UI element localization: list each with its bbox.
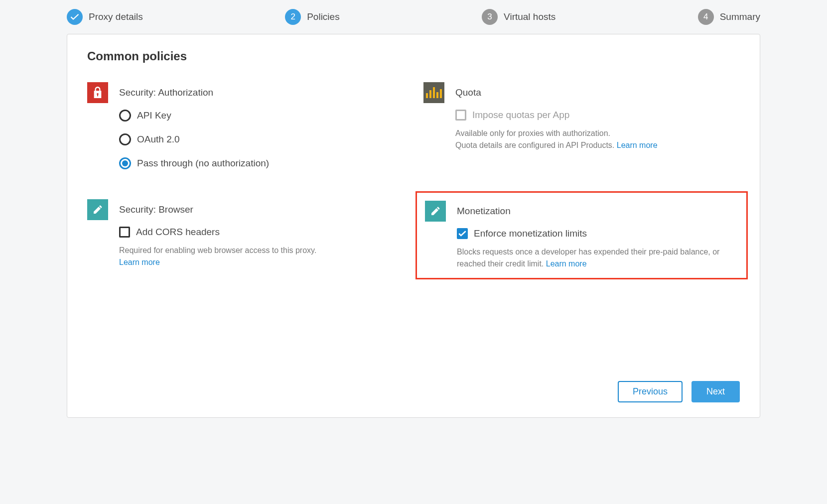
checkbox-impose-quotas: Impose quotas per App — [455, 110, 740, 121]
wizard-actions: Previous Next — [87, 381, 740, 402]
step-summary[interactable]: 4 Summary — [698, 9, 760, 25]
policy-title: Monetization — [457, 201, 738, 217]
next-button[interactable]: Next — [691, 381, 740, 402]
lock-icon — [87, 82, 108, 103]
learn-more-link[interactable]: Learn more — [546, 259, 587, 268]
checkbox-label: Enforce monetization limits — [474, 228, 587, 239]
bar-chart-icon — [423, 82, 444, 103]
radio-label: API Key — [137, 110, 171, 121]
step-virtual-hosts[interactable]: 3 Virtual hosts — [482, 9, 555, 25]
radio-label: Pass through (no authorization) — [137, 158, 269, 169]
check-icon — [67, 9, 83, 25]
radio-icon — [119, 157, 131, 169]
checkbox-icon — [455, 110, 466, 121]
radio-pass-through[interactable]: Pass through (no authorization) — [119, 157, 404, 169]
policy-title: Quota — [455, 82, 740, 99]
policy-description: Required for enabling web browser access… — [119, 245, 404, 268]
checkbox-icon — [119, 227, 130, 238]
checkbox-cors-headers[interactable]: Add CORS headers — [119, 227, 404, 238]
policy-quota: Quota Impose quotas per App Available on… — [423, 82, 740, 169]
policy-monetization: Monetization Enforce monetization limits… — [425, 201, 738, 270]
policy-security-authorization: Security: Authorization API Key OAuth 2.… — [87, 82, 404, 169]
step-proxy-details[interactable]: Proxy details — [67, 9, 143, 25]
step-label: Policies — [307, 11, 339, 22]
step-policies[interactable]: 2 Policies — [285, 9, 339, 25]
radio-api-key[interactable]: API Key — [119, 110, 404, 122]
step-number-icon: 2 — [285, 9, 301, 25]
step-label: Proxy details — [89, 11, 143, 22]
policy-title: Security: Authorization — [119, 82, 404, 99]
pencil-icon — [425, 201, 446, 222]
checkbox-icon — [457, 228, 468, 239]
policies-card: Common policies Security: Authorization … — [67, 34, 760, 418]
monetization-highlight: Monetization Enforce monetization limits… — [415, 191, 748, 279]
policy-description: Available only for proxies with authoriz… — [455, 127, 740, 151]
step-number-icon: 4 — [698, 9, 714, 25]
radio-icon — [119, 133, 131, 145]
checkbox-label: Impose quotas per App — [472, 110, 569, 121]
policy-description: Blocks requests once a developer has exp… — [457, 246, 738, 270]
radio-oauth[interactable]: OAuth 2.0 — [119, 133, 404, 145]
step-number-icon: 3 — [482, 9, 498, 25]
wizard-stepper: Proxy details 2 Policies 3 Virtual hosts… — [67, 0, 760, 34]
radio-label: OAuth 2.0 — [137, 134, 180, 145]
checkbox-label: Add CORS headers — [136, 227, 220, 238]
learn-more-link[interactable]: Learn more — [119, 258, 160, 266]
step-label: Summary — [720, 11, 760, 22]
checkbox-monetization-limits[interactable]: Enforce monetization limits — [457, 228, 738, 239]
step-label: Virtual hosts — [504, 11, 555, 22]
radio-icon — [119, 110, 131, 122]
learn-more-link[interactable]: Learn more — [617, 141, 658, 149]
page-title: Common policies — [87, 49, 740, 63]
previous-button[interactable]: Previous — [618, 381, 683, 402]
policy-security-browser: Security: Browser Add CORS headers Requi… — [87, 199, 404, 271]
policy-title: Security: Browser — [119, 199, 404, 216]
pencil-icon — [87, 199, 108, 220]
